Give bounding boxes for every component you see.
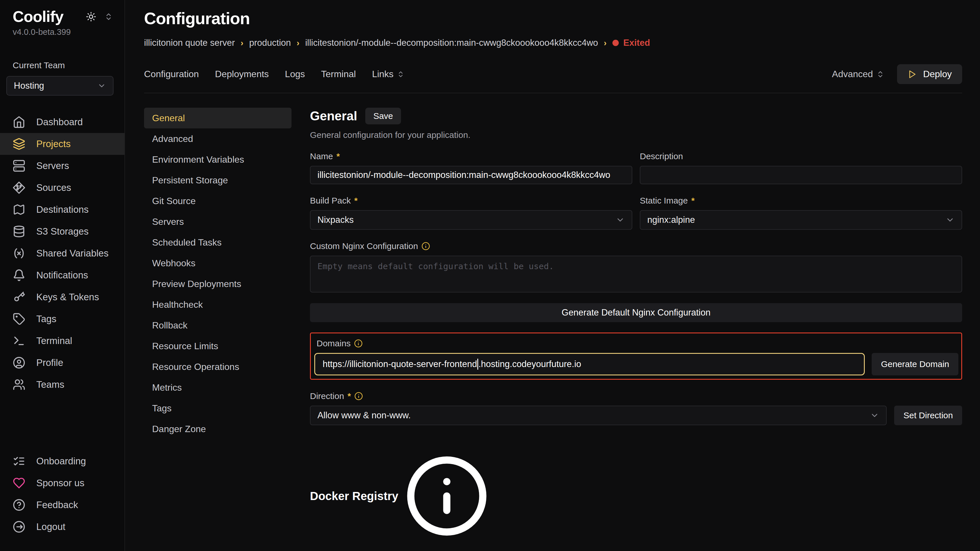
subnav-item[interactable]: Servers bbox=[144, 211, 291, 232]
sidebar-item[interactable]: Servers bbox=[0, 155, 124, 177]
subnav-item[interactable]: Resource Operations bbox=[144, 356, 291, 377]
sidebar-item[interactable]: Destinations bbox=[0, 198, 124, 221]
generate-nginx-button[interactable]: Generate Default Nginx Configuration bbox=[310, 303, 962, 322]
sidebar-footer-item[interactable]: Onboarding bbox=[0, 450, 124, 472]
nginx-config-textarea[interactable] bbox=[310, 256, 962, 292]
static-image-select[interactable]: nginx:alpine bbox=[640, 210, 962, 230]
main-area: Configuration illicitonion quote server … bbox=[125, 0, 980, 551]
subnav-item[interactable]: Metrics bbox=[144, 377, 291, 398]
sidebar-item-label: Sources bbox=[36, 182, 71, 193]
sidebar-item-label: Teams bbox=[36, 379, 64, 390]
instance-switcher-icon[interactable] bbox=[104, 13, 113, 21]
chevron-down-icon bbox=[870, 411, 879, 420]
subnav-item-label: Danger Zone bbox=[152, 424, 206, 434]
subnav-item[interactable]: Git Source bbox=[144, 191, 291, 211]
tab[interactable]: Terminal bbox=[321, 69, 356, 79]
breadcrumb-application[interactable]: illicitestonion/-module--decomposition:m… bbox=[305, 38, 598, 48]
info-icon[interactable] bbox=[354, 392, 363, 400]
sidebar-footer-item-label: Feedback bbox=[36, 499, 78, 510]
domains-input[interactable]: https://illicitonion-quote-server-fronte… bbox=[314, 353, 865, 375]
sidebar-item-icon bbox=[13, 225, 25, 238]
set-direction-button[interactable]: Set Direction bbox=[894, 406, 962, 425]
subnav-item[interactable]: Persistent Storage bbox=[144, 170, 291, 191]
subnav-item-label: Resource Limits bbox=[152, 341, 218, 351]
info-icon[interactable] bbox=[404, 453, 490, 539]
breadcrumb-project[interactable]: illicitonion quote server bbox=[144, 38, 235, 48]
subnav-item[interactable]: Scheduled Tasks bbox=[144, 232, 291, 253]
description-input[interactable] bbox=[640, 166, 962, 184]
advanced-dropdown-label: Advanced bbox=[832, 69, 873, 79]
tab[interactable]: Configuration bbox=[144, 69, 199, 79]
subnav-item[interactable]: Healthcheck bbox=[144, 294, 291, 315]
team-select[interactable]: Hosting bbox=[6, 76, 113, 95]
subnav-item-label: Environment Variables bbox=[152, 154, 244, 165]
required-asterisk: * bbox=[354, 196, 358, 206]
sidebar-item-label: Servers bbox=[36, 160, 69, 171]
subnav-item[interactable]: Rollback bbox=[144, 315, 291, 336]
info-icon[interactable] bbox=[354, 339, 363, 348]
chevrons-up-down-icon bbox=[397, 70, 404, 78]
subnav-item[interactable]: Advanced bbox=[144, 129, 291, 149]
name-input[interactable] bbox=[310, 166, 632, 184]
sidebar-item[interactable]: Notifications bbox=[0, 264, 124, 286]
breadcrumb-environment[interactable]: production bbox=[249, 38, 291, 48]
sidebar-item[interactable]: Dashboard bbox=[0, 111, 124, 133]
tab[interactable]: Logs bbox=[285, 69, 305, 79]
subnav-item[interactable]: Tags bbox=[144, 398, 291, 419]
subnav-item-label: Advanced bbox=[152, 133, 193, 144]
sidebar-item[interactable]: Shared Variables bbox=[0, 242, 124, 264]
breadcrumb-separator: › bbox=[604, 38, 607, 48]
direction-label: Direction* bbox=[310, 391, 962, 401]
page-title: Configuration bbox=[144, 9, 980, 28]
status-text: Exited bbox=[624, 38, 650, 48]
tab[interactable]: Deployments bbox=[215, 69, 269, 79]
sidebar-item[interactable]: S3 Storages bbox=[0, 221, 124, 242]
sidebar-item[interactable]: Terminal bbox=[0, 330, 124, 352]
sidebar-item-label: Dashboard bbox=[36, 117, 83, 127]
sidebar-item-label: S3 Storages bbox=[36, 226, 89, 237]
domains-label: Domains bbox=[317, 338, 958, 348]
sidebar-item[interactable]: Sources bbox=[0, 177, 124, 198]
generate-domain-button[interactable]: Generate Domain bbox=[872, 353, 958, 375]
subnav-item-label: Webhooks bbox=[152, 258, 196, 268]
advanced-dropdown[interactable]: Advanced bbox=[832, 69, 885, 79]
domains-value-after-caret: .hosting.codeyourfuture.io bbox=[479, 359, 581, 369]
subnav-item-label: Servers bbox=[152, 216, 184, 227]
sidebar-item-label: Terminal bbox=[36, 335, 72, 346]
tab[interactable]: Links bbox=[372, 69, 404, 79]
sidebar-item[interactable]: Keys & Tokens bbox=[0, 286, 124, 308]
sidebar-footer-item[interactable]: Sponsor us bbox=[0, 472, 124, 494]
sidebar-item[interactable]: Projects bbox=[0, 133, 124, 155]
info-icon[interactable] bbox=[422, 242, 430, 251]
subnav-item-label: Tags bbox=[152, 403, 172, 414]
sidebar-footer-item-label: Logout bbox=[36, 521, 65, 532]
static-image-label: Static Image* bbox=[640, 196, 962, 206]
build-pack-value: Nixpacks bbox=[317, 215, 354, 225]
subnav-item[interactable]: Danger Zone bbox=[144, 419, 291, 439]
subnav-item[interactable]: General bbox=[144, 108, 291, 129]
subnav-item[interactable]: Preview Deployments bbox=[144, 273, 291, 294]
subnav-item-label: Rollback bbox=[152, 320, 188, 331]
theme-toggle-icon[interactable] bbox=[86, 11, 96, 22]
build-pack-select[interactable]: Nixpacks bbox=[310, 210, 632, 230]
tab-label: Configuration bbox=[144, 69, 199, 79]
play-icon bbox=[907, 70, 916, 79]
sidebar-item[interactable]: Tags bbox=[0, 308, 124, 330]
sidebar-item-label: Keys & Tokens bbox=[36, 292, 99, 303]
subnav-item[interactable]: Resource Limits bbox=[144, 336, 291, 356]
deploy-button[interactable]: Deploy bbox=[897, 64, 962, 84]
save-button[interactable]: Save bbox=[365, 108, 401, 124]
subnav-item[interactable]: Webhooks bbox=[144, 253, 291, 273]
domains-value-before-caret: https://illicitonion-quote-server-fronte… bbox=[323, 359, 477, 369]
direction-select[interactable]: Allow www & non-www. bbox=[310, 406, 887, 425]
sidebar-footer-item[interactable]: Feedback bbox=[0, 494, 124, 516]
sidebar-nav: Dashboard Projects Servers Sources Desti… bbox=[0, 111, 124, 395]
sidebar-footer-item[interactable]: Logout bbox=[0, 516, 124, 538]
subnav-item[interactable]: Environment Variables bbox=[144, 149, 291, 170]
sidebar-footer-item-icon bbox=[13, 499, 25, 511]
breadcrumb-separator: › bbox=[240, 38, 243, 48]
section-subtitle: General configuration for your applicati… bbox=[310, 130, 962, 140]
app-logo: Coolify bbox=[13, 8, 64, 25]
sidebar-item[interactable]: Teams bbox=[0, 374, 124, 395]
sidebar-item[interactable]: Profile bbox=[0, 352, 124, 374]
